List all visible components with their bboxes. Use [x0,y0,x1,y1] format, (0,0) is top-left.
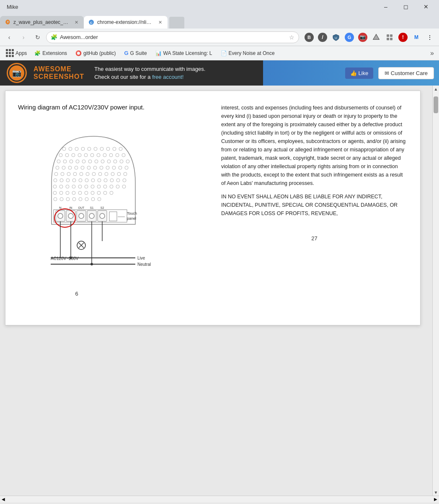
window-controls: – ◻ ✕ [376,0,436,13]
ext-shield-button[interactable]: U [330,31,342,43]
legal-body-text: interest, costs and expenses (including … [221,104,408,187]
wiring-diagram-svg: N IN OUT S1 [18,117,177,302]
apps-grid-icon [6,49,14,57]
banner-tagline-wrap: The easiest way to communicate with imag… [94,65,253,81]
address-extension-icon: 🧩 [51,34,57,40]
scroll-track [433,92,439,489]
wiring-title: Wiring diagram of AC120V/230V power inpu… [18,104,204,111]
gsuite-icon: G [124,50,128,56]
address-input-wrap[interactable]: 🧩 ☆ [46,31,299,43]
right-page-number: 27 [221,234,408,243]
bookmark-extensions[interactable]: 🧩 Extensions [31,49,70,57]
ext-b-button[interactable]: B [303,31,315,43]
bookmarks-bar: Apps 🧩 Extensions ⭕ gitHub (public) G G … [0,46,439,60]
brand-line2: SCREENSHOT [34,73,84,81]
banner-logo: 📷 [7,63,27,83]
scroll-left-arrow[interactable]: ◀ [0,496,7,503]
back-button[interactable]: ‹ [3,31,15,43]
ext-camera-button[interactable]: 📷 [357,31,369,43]
tab-1-close[interactable]: ✕ [73,19,80,26]
close-button[interactable]: ✕ [416,0,436,13]
svg-rect-6 [390,34,393,37]
doc-right-column: interest, costs and expenses (including … [213,104,408,312]
wa-label: WA State Licensing: L [163,50,212,56]
scroll-thumb[interactable] [434,96,438,113]
browser-content: Wiring diagram of AC120V/230V power inpu… [0,86,439,496]
svg-text:S2: S2 [101,206,104,209]
bookmark-wa[interactable]: 📊 WA State Licensing: L [152,49,216,57]
bookmark-star-icon[interactable]: ☆ [289,34,294,41]
svg-text:Touch: Touch [127,211,137,216]
scroll-right-arrow[interactable]: ▶ [432,496,439,503]
ext-g-button[interactable]: G [343,31,355,43]
svg-text:S1: S1 [90,206,94,209]
tab-2-title: chrome-extension://nlipo... [97,19,154,25]
toolbar-extensions: B / U G 📷 [303,31,436,43]
tab-1[interactable]: 🅜 z_wave_plus_aeotec_nan... ✕ [0,16,84,29]
like-button[interactable]: 👍 Like [345,68,373,79]
svg-rect-124 [109,212,117,221]
camera-icon: 📷 [12,68,21,78]
bookmark-github[interactable]: ⭕ gitHub (public) [72,49,119,57]
scroll-down-arrow[interactable]: ▼ [433,489,439,496]
svg-point-122 [100,213,105,218]
scrollbar-bottom[interactable]: ◀ ▶ [0,496,439,502]
bookmark-noise[interactable]: 📄 Every Noise at Once [217,49,278,57]
tab-2-favicon: C [88,19,95,26]
extensions-icon: 🧩 [34,50,41,56]
more-button[interactable]: ⋮ [424,31,436,43]
gsuite-label: G Suite [130,50,147,56]
tab-bar: 🅜 z_wave_plus_aeotec_nan... ✕ C chrome-e… [0,13,439,29]
tab-2-close[interactable]: ✕ [157,19,163,26]
svg-point-144 [90,263,93,265]
restore-button[interactable]: ◻ [396,0,416,13]
bottom-content-area: ◀ ▶ [0,496,439,504]
svg-text:Neutral: Neutral [137,262,151,267]
address-input[interactable] [60,34,287,40]
tab-2[interactable]: C chrome-extension://nlipo... ✕ [84,16,168,29]
minimize-button[interactable]: – [376,0,395,13]
profile-button[interactable]: M [411,31,422,43]
ext-puzzle-button[interactable] [384,31,395,43]
svg-point-116 [79,213,84,218]
user-name: Mike [7,4,18,10]
extension-banner: 📷 AWESOME SCREENSHOT The easiest way to … [0,60,439,86]
svg-text:6: 6 [75,291,78,297]
title-bar: Mike – ◻ ✕ [0,0,439,13]
bookmark-gsuite[interactable]: G G Suite [121,49,150,57]
document-container: Wiring diagram of AC120V/230V power inpu… [5,91,427,484]
banner-tagline2: Check out our site for a free account! [94,73,253,81]
svg-text:C: C [90,21,93,25]
svg-point-113 [68,213,73,218]
noise-icon: 📄 [221,50,227,56]
ext-red-button[interactable]: ! [397,31,409,43]
forward-button[interactable]: › [18,31,29,43]
doc-left-column: Wiring diagram of AC120V/230V power inpu… [18,104,213,312]
wa-icon: 📊 [155,50,162,56]
ext-slash-button[interactable]: / [317,31,328,43]
extensions-label: Extensions [42,50,67,56]
scroll-up-arrow[interactable]: ▲ [433,86,439,92]
apps-label: Apps [15,50,27,56]
banner-blue-area: 👍 Like ✉ Customer Care [263,60,439,86]
customer-care-button[interactable]: ✉ Customer Care [378,67,434,79]
banner-tagline1: The easiest way to communicate with imag… [94,65,253,73]
svg-point-142 [70,257,72,259]
scrollbar-right[interactable]: ▲ ▼ [432,86,439,496]
svg-text:IN: IN [70,206,72,209]
tab-1-title: z_wave_plus_aeotec_nan... [13,19,70,25]
github-label: gitHub (public) [83,50,116,56]
bookmarks-apps-item[interactable]: Apps [3,48,29,58]
svg-point-119 [89,213,94,218]
svg-rect-7 [387,38,389,40]
banner-brand: AWESOME SCREENSHOT [34,65,84,80]
bookmarks-more[interactable]: » [429,49,436,57]
svg-point-110 [58,213,63,218]
banner-logo-inner: 📷 [9,65,24,81]
svg-rect-5 [387,34,389,37]
tab-1-favicon: 🅜 [4,19,11,26]
svg-text:Live: Live [137,256,145,260]
reload-button[interactable]: ↻ [32,31,44,43]
ext-drive-button[interactable] [370,31,382,43]
document-page: Wiring diagram of AC120V/230V power inpu… [5,91,421,325]
